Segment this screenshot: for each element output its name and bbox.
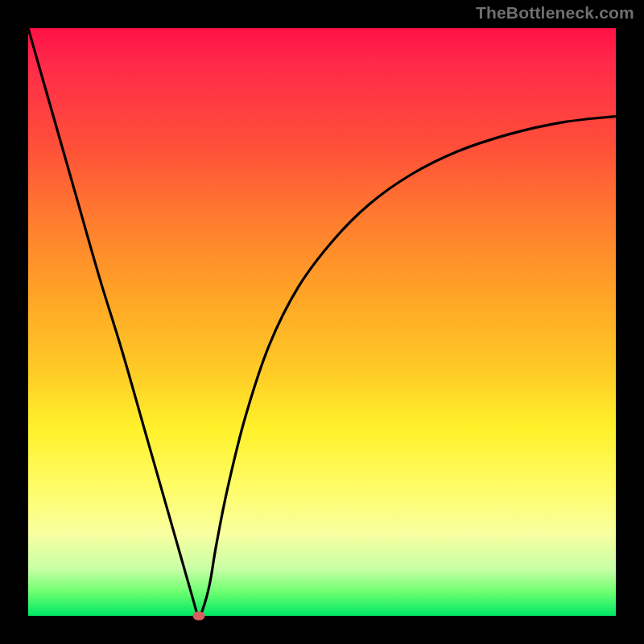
minimum-marker xyxy=(192,612,204,621)
watermark-text: TheBottleneck.com xyxy=(476,3,634,23)
chart-frame: TheBottleneck.com xyxy=(0,0,644,644)
bottleneck-curve-path xyxy=(28,28,616,616)
bottleneck-curve-svg xyxy=(28,28,616,616)
plot-area xyxy=(28,28,616,616)
